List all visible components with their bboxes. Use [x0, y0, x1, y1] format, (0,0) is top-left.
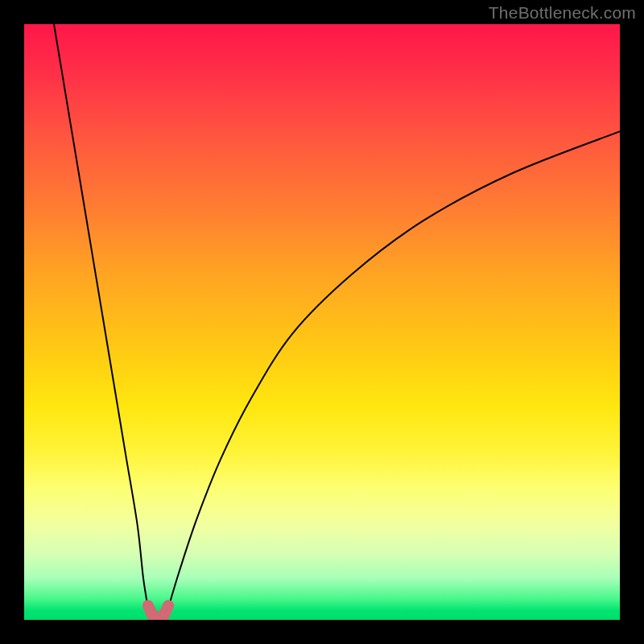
- plot-area: [24, 24, 620, 620]
- series-right-branch: [168, 131, 620, 608]
- series-left-branch: [54, 24, 148, 608]
- chart-frame: TheBottleneck.com: [0, 0, 644, 644]
- watermark-text: TheBottleneck.com: [489, 3, 636, 23]
- series-valley-marker: [148, 605, 168, 617]
- curve-layer: [24, 24, 620, 620]
